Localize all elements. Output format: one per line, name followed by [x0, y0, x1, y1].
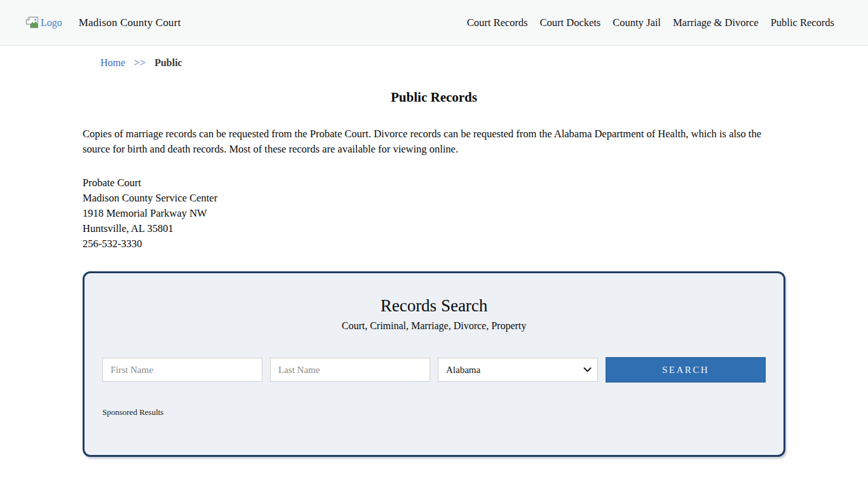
sponsored-results-label: Sponsored Results: [102, 407, 766, 417]
breadcrumb-current: Public: [154, 57, 182, 68]
records-search-form: Alabama SEARCH: [102, 357, 766, 383]
breadcrumb-separator: >>: [134, 57, 146, 68]
breadcrumb-home-link[interactable]: Home: [100, 57, 125, 68]
records-search-subtitle: Court, Criminal, Marriage, Divorce, Prop…: [102, 320, 766, 332]
broken-image-icon: [25, 17, 41, 29]
address-line: 1918 Memorial Parkway NW: [83, 206, 785, 221]
records-search-title: Records Search: [102, 296, 766, 316]
site-header: Logo Madison County Court Court Records …: [0, 0, 868, 46]
address-line: Madison County Service Center: [83, 191, 785, 206]
records-search-widget: Records Search Court, Criminal, Marriage…: [83, 271, 785, 457]
site-title: Madison County Court: [79, 17, 181, 29]
intro-paragraph: Copies of marriage records can be reques…: [83, 126, 785, 157]
brand[interactable]: Logo Madison County Court: [25, 17, 181, 29]
nav-marriage-divorce[interactable]: Marriage & Divorce: [673, 17, 759, 29]
main-nav: Court Records Court Dockets County Jail …: [467, 17, 834, 29]
address-line: Huntsville, AL 35801: [83, 221, 785, 236]
breadcrumb: Home >> Public: [83, 57, 785, 69]
nav-public-records[interactable]: Public Records: [771, 17, 834, 29]
first-name-input[interactable]: [102, 358, 262, 382]
page-title: Public Records: [83, 90, 785, 105]
state-select-wrap: Alabama: [438, 358, 598, 382]
logo-alt-text: Logo: [41, 17, 62, 29]
last-name-input[interactable]: [270, 358, 430, 382]
address-line: 256-532-3330: [83, 236, 785, 252]
nav-county-jail[interactable]: County Jail: [613, 17, 661, 29]
nav-court-records[interactable]: Court Records: [467, 17, 528, 29]
address-block: Probate Court Madison County Service Cen…: [83, 175, 785, 252]
content-container: Home >> Public Public Records Copies of …: [83, 57, 785, 488]
broken-image-logo: Logo: [25, 17, 62, 29]
address-line: Probate Court: [83, 175, 785, 191]
state-select[interactable]: Alabama: [438, 358, 598, 382]
search-button[interactable]: SEARCH: [606, 357, 766, 383]
nav-court-dockets[interactable]: Court Dockets: [540, 17, 601, 29]
